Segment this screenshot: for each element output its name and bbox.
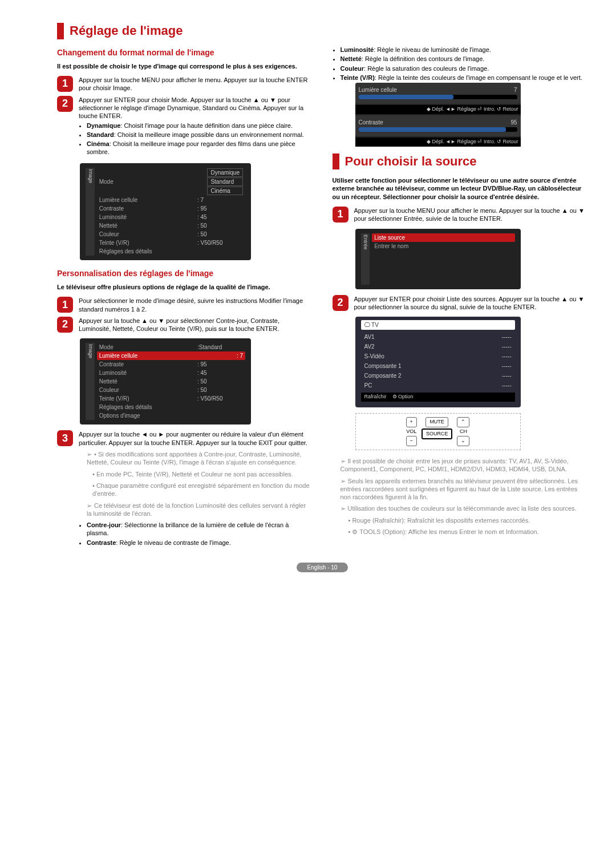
osd-slider-luminosity: Lumière cellule7 ◆ Dépl. ◄► Réglage ⏎ In… <box>355 83 521 146</box>
step-number-icon: 2 <box>57 96 73 112</box>
step-2: 2 Appuyer sur ENTER pour choisir Mode. A… <box>57 96 313 157</box>
src-step-2: 2 Appuyer sur ENTER pour choisir Liste d… <box>333 295 588 312</box>
subhead-personalize: Personnalisation des réglages de l'image <box>57 268 313 278</box>
osd-input-menu: Entrée Liste source Entrer le nom <box>355 229 521 289</box>
source-intro: Utiliser cette fonction pour sélectionne… <box>333 176 588 201</box>
step-2b: 2 Appuyer sur la touche ▲ ou ▼ pour séle… <box>57 317 313 333</box>
image-props-list: Luminosité: Règle le niveau de luminosit… <box>341 46 588 82</box>
adjust-list: Contre-jour: Sélectionne la brillance de… <box>87 521 313 547</box>
heading-image-settings: Réglage de l'image <box>57 23 313 39</box>
step-number-icon: 2 <box>333 295 348 311</box>
intro-text: Il est possible de choisir le type d'ima… <box>57 62 313 70</box>
step-number-icon: 1 <box>57 76 73 92</box>
source-note-3b: • ⚙ TOOLS (Option): Affiche les menus En… <box>348 528 588 536</box>
step-1: 1 Appuyer sur la touche MENU pour affich… <box>57 76 313 92</box>
step-3b: 3 Appuyer sur la touche ◄ ou ► pour augm… <box>57 430 313 548</box>
heading-choose-source: Pour choisir la source <box>333 153 588 170</box>
right-column: Luminosité: Règle le niveau de luminosit… <box>333 23 588 551</box>
step-number-icon: 1 <box>333 207 348 223</box>
step-1b: 1 Pour sélectionner le mode d'image dési… <box>57 297 313 313</box>
source-note-3: ➢Utilisation des touches de couleurs sur… <box>341 504 588 512</box>
step-2-body: Appuyer sur ENTER pour choisir Mode. App… <box>79 96 313 157</box>
osd-image-mode: Image Mode Dynamique Standard Cinéma Lum… <box>80 163 251 260</box>
mode-list: Dynamique: Choisit l'image pour la haute… <box>87 122 313 156</box>
osd-image-adjust: Image Mode:Standard Lumière cellule: 7 C… <box>80 338 251 424</box>
source-note-1: ➢Il est possible de choisir entre les je… <box>341 457 588 474</box>
step-number-icon: 2 <box>57 317 73 333</box>
osd-side-label: Image <box>86 343 95 420</box>
left-column: Réglage de l'image Changement du format … <box>57 23 313 551</box>
step-number-icon: 3 <box>57 430 73 446</box>
intro-text-2: Le téléviseur offre plusieurs options de… <box>57 283 313 291</box>
source-note-3a: • Rouge (Rafraîchir): Rafraîchit les dis… <box>348 516 588 524</box>
osd-source-list: 🖵 TV AV1----- AV2----- S-Vidéo----- Comp… <box>355 317 521 407</box>
step-1-body: Appuyer sur la touche MENU pour afficher… <box>79 76 313 92</box>
source-note-2: ➢Seuls les appareils externes branchés a… <box>341 477 588 502</box>
osd-side-label: Image <box>86 168 95 256</box>
subhead-change-format: Changement du format normal de l'image <box>57 47 313 58</box>
page-footer: English - 10 <box>297 563 348 572</box>
remote-diagram: + VOL − MUTE SOURCE ⌃ CH ⌄ <box>355 413 521 450</box>
step-number-icon: 1 <box>57 297 73 313</box>
src-step-1: 1 Appuyer sur la touche MENU pour affich… <box>333 207 588 223</box>
